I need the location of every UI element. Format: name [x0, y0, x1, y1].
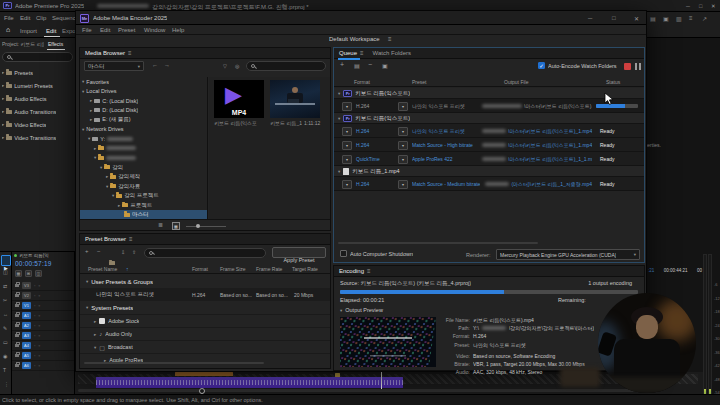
workspace-icon[interactable]: ▤ [650, 15, 656, 22]
track-solo-icon[interactable]: ▫ [39, 323, 41, 328]
import-preset-icon[interactable]: ⇩ [121, 249, 125, 255]
premiere-close-button[interactable]: ✕ [711, 3, 716, 9]
auto-encode-toggle[interactable]: ✓ Auto-Encode Watch Folders [538, 62, 617, 69]
tree-item-e-drive[interactable]: ▸E: (새 볼륨) [80, 115, 207, 125]
duplicate-icon[interactable]: ▣ [382, 62, 388, 69]
tree-item-master-selected[interactable]: 마스터 [80, 210, 207, 219]
format-dropdown[interactable]: ▾ [342, 102, 352, 111]
preset-group-user[interactable]: ▾User Presets & Groups [80, 275, 330, 288]
more-tools[interactable]: ⋮ [4, 381, 9, 387]
track-row-v1[interactable]: V1◦▫ [12, 301, 74, 311]
me-maximize-button[interactable]: □ [612, 15, 616, 21]
effects-item-video-transitions[interactable]: ▸Video Transitions [2, 131, 74, 144]
queue-output-cell[interactable]: \마스터\키보드 리듬(익스포트).mp4 [482, 99, 592, 113]
slip-tool[interactable]: ↔ [3, 311, 8, 317]
scrollbar-knob[interactable] [199, 388, 205, 394]
queue-preset[interactable]: Match Source - Medium bitrate [412, 181, 480, 187]
layout-icon[interactable]: ▥ [676, 15, 682, 22]
effects-item-video-effects[interactable]: ▸Video Effects [2, 118, 74, 131]
track-row-a1[interactable]: A1◦▫ [12, 311, 74, 321]
list-view-icon[interactable]: ≣ [158, 221, 163, 228]
track-row-a5[interactable]: A5◦▫ [12, 351, 74, 361]
tab-project[interactable]: Project: 키보드 리듬 [2, 41, 44, 47]
col-frame-rate[interactable]: Frame Rate [256, 266, 282, 272]
track-row-a6[interactable]: A6◦▫ [12, 361, 74, 371]
preset-item-audio-only[interactable]: ▸♪Audio Only [80, 327, 330, 340]
track-mute-icon[interactable]: ◦ [34, 303, 36, 308]
queue-preset[interactable]: Match Source - High bitrate [412, 142, 473, 148]
list-icon[interactable]: ≡ [689, 15, 693, 21]
track-badge[interactable]: A5 [22, 352, 31, 359]
media-browser-tab[interactable]: Media Browser [85, 50, 125, 56]
tree-item-folder[interactable]: ▸ [80, 144, 207, 154]
queue-format[interactable]: H.264 [356, 142, 369, 148]
add-output-icon[interactable]: ▤ [354, 62, 360, 69]
col-status[interactable]: Status [606, 79, 620, 85]
preset-hscrollbar[interactable] [84, 362, 264, 364]
tree-item-lecture-materials[interactable]: ▾강의자료 [80, 182, 207, 192]
panel-menu-icon[interactable]: ≡ [128, 50, 132, 56]
preset-dropdown[interactable]: ▾ [398, 180, 408, 189]
tree-item-favorites[interactable]: ▾Favorites [80, 77, 207, 87]
auto-encode-checkbox[interactable]: ✓ [538, 62, 545, 69]
tree-item-y-drive[interactable]: ▾Y: [80, 134, 207, 144]
media-thumb-video[interactable] [270, 80, 320, 118]
queue-row-1[interactable]: ▾ H.264 ▾ 나만의 익스포트 프리셋 \마스터\키보드 리듬(익스포트)… [334, 99, 644, 113]
hand-tool[interactable]: ◉ [3, 353, 7, 359]
preview-eye-icon[interactable]: ◎ [235, 63, 239, 69]
timeline-marker-button[interactable]: ◫ [35, 270, 42, 277]
zoom-slider[interactable] [186, 226, 226, 227]
col-preset-name[interactable]: Preset Name [88, 266, 117, 272]
track-mute-icon[interactable]: ◦ [34, 313, 36, 318]
track-badge[interactable]: A4 [22, 342, 31, 349]
queue-group-3[interactable]: ▾ 키보드 리듬_1.mp4 [334, 166, 644, 177]
me-close-button[interactable]: ✕ [634, 15, 639, 22]
track-mute-icon[interactable]: ◦ [34, 323, 36, 328]
preset-dropdown[interactable]: ▾ [398, 102, 408, 111]
preset-row-user[interactable]: 나만의 익스포트 프리셋 H.264 Based on so... Based … [80, 288, 330, 301]
me-menu-edit[interactable]: Edit [100, 27, 110, 33]
track-row-v3[interactable]: V3◦▫ [12, 281, 74, 291]
tree-item-lecture[interactable]: ▾강의 [80, 163, 207, 173]
apply-preset-button[interactable]: Apply Preset [272, 247, 326, 258]
timeline-settings-button[interactable]: ▦ [15, 270, 22, 277]
clip-orange[interactable] [175, 372, 233, 376]
track-row-a4[interactable]: A4◦▫ [12, 341, 74, 351]
tree-item-network-drives[interactable]: ▾Network Drives [80, 125, 207, 135]
add-job-icon[interactable]: + [340, 61, 344, 68]
panel-menu-icon[interactable]: ≡ [360, 50, 364, 56]
add-preset-icon[interactable]: + [85, 248, 89, 254]
queue-preset[interactable]: Apple ProRes 422 [412, 156, 453, 162]
track-badge[interactable]: A6 [22, 362, 31, 369]
encoding-tab[interactable]: Encoding [339, 268, 364, 274]
workspace-menu-icon[interactable]: ≡ [388, 36, 392, 42]
track-row-a2[interactable]: A2◦▫ [12, 321, 74, 331]
queue-format[interactable]: H.264 [356, 128, 369, 134]
me-menu-help[interactable]: Help [172, 27, 184, 33]
preset-item-broadcast[interactable]: ▾▢Broadcast [80, 340, 330, 353]
premiere-minimize-button[interactable]: ─ [686, 3, 690, 9]
queue-group-1[interactable]: ▾ Pr 키보드 리듬(익스포트) [334, 88, 644, 99]
queue-format[interactable]: H.264 [356, 181, 369, 187]
forward-icon[interactable]: → [164, 62, 170, 68]
pen-tool[interactable]: ✎ [3, 325, 7, 331]
effects-item-lumetri[interactable]: ▸Lumetri Presets [2, 79, 74, 92]
rectangle-tool[interactable]: ▭ [3, 339, 8, 345]
track-row-a3[interactable]: A3◦▫ [12, 331, 74, 341]
menu-edit[interactable]: Edit [20, 15, 30, 21]
col-format[interactable]: Format [354, 79, 370, 85]
clip-purple[interactable] [96, 377, 403, 388]
tree-item-lecture-project[interactable]: ▾강의 프로젝트 [80, 191, 207, 201]
queue-row-5[interactable]: ▾ H.264 ▾ Match Source - Medium bitrate … [334, 177, 644, 191]
media-thumb-mp4[interactable]: ▶ MP4 [214, 80, 264, 118]
preset-dropdown[interactable]: ▾ [398, 141, 408, 150]
timeline-timecode[interactable]: 00:00:57:19 [15, 260, 52, 267]
preset-group-system[interactable]: ▾System Presets [80, 301, 330, 314]
ripple-edit-tool[interactable]: ⇄ [3, 283, 7, 289]
tree-item-lecture-production[interactable]: ▸강의제작 [80, 172, 207, 182]
preset-dropdown[interactable]: ▾ [398, 127, 408, 136]
queue-preset[interactable]: 나만의 익스포트 프리셋 [412, 128, 465, 134]
col-preset[interactable]: Preset [412, 79, 426, 85]
col-output-file[interactable]: Output File [504, 79, 528, 85]
queue-row-2[interactable]: ▾ H.264 ▾ 나만의 익스포트 프리셋 \마스터\키보드 리듬(익스포트)… [334, 124, 644, 138]
